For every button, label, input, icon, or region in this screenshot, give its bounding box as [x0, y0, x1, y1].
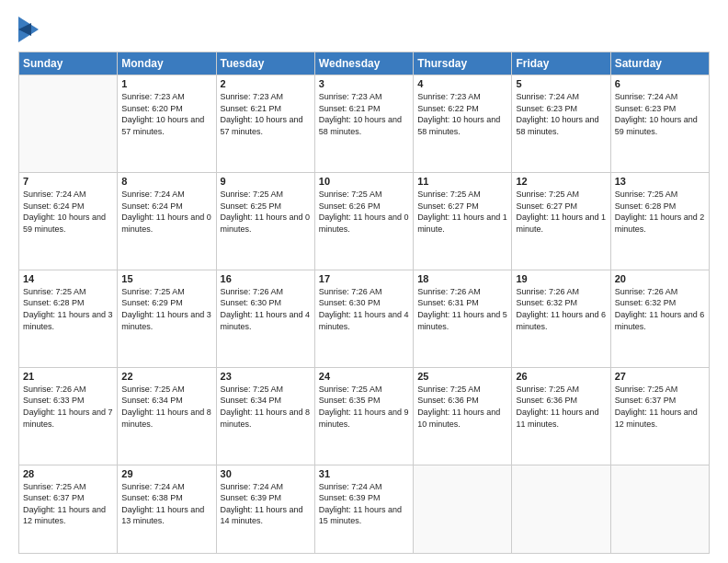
calendar-cell: 20Sunrise: 7:26 AM Sunset: 6:32 PM Dayli… [610, 270, 709, 367]
calendar-cell: 30Sunrise: 7:24 AM Sunset: 6:39 PM Dayli… [216, 465, 314, 553]
calendar-cell: 16Sunrise: 7:26 AM Sunset: 6:30 PM Dayli… [216, 270, 314, 367]
day-info: Sunrise: 7:24 AM Sunset: 6:24 PM Dayligh… [23, 189, 113, 235]
calendar-cell: 21Sunrise: 7:26 AM Sunset: 6:33 PM Dayli… [19, 367, 118, 465]
day-info: Sunrise: 7:23 AM Sunset: 6:20 PM Dayligh… [121, 91, 211, 137]
calendar-week-5: 28Sunrise: 7:25 AM Sunset: 6:37 PM Dayli… [19, 465, 710, 553]
day-info: Sunrise: 7:24 AM Sunset: 6:23 PM Dayligh… [615, 91, 705, 137]
calendar-cell: 10Sunrise: 7:25 AM Sunset: 6:26 PM Dayli… [314, 172, 413, 270]
calendar-cell: 9Sunrise: 7:25 AM Sunset: 6:25 PM Daylig… [216, 172, 314, 270]
day-number: 26 [516, 371, 606, 382]
day-info: Sunrise: 7:25 AM Sunset: 6:26 PM Dayligh… [319, 189, 409, 235]
day-number: 15 [121, 273, 211, 284]
calendar-header-monday: Monday [118, 52, 216, 75]
day-number: 23 [221, 371, 311, 382]
calendar-cell: 4Sunrise: 7:23 AM Sunset: 6:22 PM Daylig… [414, 75, 512, 173]
calendar-week-4: 21Sunrise: 7:26 AM Sunset: 6:33 PM Dayli… [19, 367, 710, 465]
calendar-cell [414, 465, 512, 553]
day-info: Sunrise: 7:23 AM Sunset: 6:21 PM Dayligh… [319, 91, 409, 137]
calendar-cell: 13Sunrise: 7:25 AM Sunset: 6:28 PM Dayli… [610, 172, 709, 270]
day-number: 2 [221, 78, 311, 89]
calendar-cell: 31Sunrise: 7:24 AM Sunset: 6:39 PM Dayli… [314, 465, 413, 553]
day-info: Sunrise: 7:25 AM Sunset: 6:35 PM Dayligh… [319, 384, 409, 430]
day-info: Sunrise: 7:25 AM Sunset: 6:37 PM Dayligh… [23, 481, 113, 527]
calendar-cell: 11Sunrise: 7:25 AM Sunset: 6:27 PM Dayli… [414, 172, 512, 270]
header [18, 17, 710, 42]
day-number: 17 [319, 273, 409, 284]
day-number: 22 [121, 371, 211, 382]
calendar-cell: 25Sunrise: 7:25 AM Sunset: 6:36 PM Dayli… [414, 367, 512, 465]
page: SundayMondayTuesdayWednesdayThursdayFrid… [0, 0, 728, 563]
day-number: 3 [319, 78, 409, 89]
day-info: Sunrise: 7:26 AM Sunset: 6:30 PM Dayligh… [221, 286, 311, 332]
day-info: Sunrise: 7:24 AM Sunset: 6:38 PM Dayligh… [121, 481, 211, 527]
day-info: Sunrise: 7:24 AM Sunset: 6:39 PM Dayligh… [319, 481, 409, 527]
day-number: 9 [221, 176, 311, 187]
calendar-header-thursday: Thursday [414, 52, 512, 75]
day-info: Sunrise: 7:25 AM Sunset: 6:34 PM Dayligh… [121, 384, 211, 430]
calendar-cell: 3Sunrise: 7:23 AM Sunset: 6:21 PM Daylig… [314, 75, 413, 173]
calendar-cell: 24Sunrise: 7:25 AM Sunset: 6:35 PM Dayli… [314, 367, 413, 465]
day-info: Sunrise: 7:23 AM Sunset: 6:21 PM Dayligh… [221, 91, 311, 137]
day-number: 31 [319, 468, 409, 479]
day-number: 19 [516, 273, 606, 284]
calendar-header-row: SundayMondayTuesdayWednesdayThursdayFrid… [19, 52, 710, 75]
day-info: Sunrise: 7:25 AM Sunset: 6:28 PM Dayligh… [23, 286, 113, 332]
day-number: 24 [319, 371, 409, 382]
day-info: Sunrise: 7:23 AM Sunset: 6:22 PM Dayligh… [417, 91, 507, 137]
calendar-header-wednesday: Wednesday [314, 52, 413, 75]
day-number: 10 [319, 176, 409, 187]
day-info: Sunrise: 7:25 AM Sunset: 6:36 PM Dayligh… [417, 384, 507, 430]
day-number: 28 [23, 468, 113, 479]
calendar-cell: 23Sunrise: 7:25 AM Sunset: 6:34 PM Dayli… [216, 367, 314, 465]
calendar-cell [610, 465, 709, 553]
calendar-cell: 26Sunrise: 7:25 AM Sunset: 6:36 PM Dayli… [512, 367, 610, 465]
day-number: 16 [221, 273, 311, 284]
day-number: 13 [615, 176, 705, 187]
day-number: 8 [121, 176, 211, 187]
calendar-cell: 18Sunrise: 7:26 AM Sunset: 6:31 PM Dayli… [414, 270, 512, 367]
calendar-cell: 22Sunrise: 7:25 AM Sunset: 6:34 PM Dayli… [118, 367, 216, 465]
calendar-cell: 7Sunrise: 7:24 AM Sunset: 6:24 PM Daylig… [19, 172, 118, 270]
calendar-cell: 2Sunrise: 7:23 AM Sunset: 6:21 PM Daylig… [216, 75, 314, 173]
calendar-header-friday: Friday [512, 52, 610, 75]
day-number: 7 [23, 176, 113, 187]
day-number: 20 [615, 273, 705, 284]
day-number: 30 [221, 468, 311, 479]
calendar-cell: 1Sunrise: 7:23 AM Sunset: 6:20 PM Daylig… [118, 75, 216, 173]
calendar-header-tuesday: Tuesday [216, 52, 314, 75]
day-number: 29 [121, 468, 211, 479]
day-info: Sunrise: 7:26 AM Sunset: 6:30 PM Dayligh… [319, 286, 409, 332]
day-info: Sunrise: 7:26 AM Sunset: 6:31 PM Dayligh… [417, 286, 507, 332]
logo-icon [18, 17, 39, 42]
calendar-week-1: 1Sunrise: 7:23 AM Sunset: 6:20 PM Daylig… [19, 75, 710, 173]
calendar-cell: 27Sunrise: 7:25 AM Sunset: 6:37 PM Dayli… [610, 367, 709, 465]
logo [18, 17, 42, 42]
day-number: 6 [615, 78, 705, 89]
calendar-cell: 28Sunrise: 7:25 AM Sunset: 6:37 PM Dayli… [19, 465, 118, 553]
day-number: 4 [417, 78, 507, 89]
calendar-cell: 12Sunrise: 7:25 AM Sunset: 6:27 PM Dayli… [512, 172, 610, 270]
calendar-table: SundayMondayTuesdayWednesdayThursdayFrid… [18, 52, 710, 554]
calendar-week-2: 7Sunrise: 7:24 AM Sunset: 6:24 PM Daylig… [19, 172, 710, 270]
day-info: Sunrise: 7:24 AM Sunset: 6:39 PM Dayligh… [221, 481, 311, 527]
day-number: 25 [417, 371, 507, 382]
day-number: 12 [516, 176, 606, 187]
day-number: 5 [516, 78, 606, 89]
day-info: Sunrise: 7:25 AM Sunset: 6:29 PM Dayligh… [121, 286, 211, 332]
day-info: Sunrise: 7:25 AM Sunset: 6:28 PM Dayligh… [615, 189, 705, 235]
day-number: 14 [23, 273, 113, 284]
calendar-header-saturday: Saturday [610, 52, 709, 75]
calendar-cell: 8Sunrise: 7:24 AM Sunset: 6:24 PM Daylig… [118, 172, 216, 270]
calendar-cell: 17Sunrise: 7:26 AM Sunset: 6:30 PM Dayli… [314, 270, 413, 367]
calendar-cell: 15Sunrise: 7:25 AM Sunset: 6:29 PM Dayli… [118, 270, 216, 367]
calendar-cell: 19Sunrise: 7:26 AM Sunset: 6:32 PM Dayli… [512, 270, 610, 367]
calendar-cell: 14Sunrise: 7:25 AM Sunset: 6:28 PM Dayli… [19, 270, 118, 367]
calendar-cell [19, 75, 118, 173]
day-number: 1 [121, 78, 211, 89]
day-info: Sunrise: 7:25 AM Sunset: 6:27 PM Dayligh… [417, 189, 507, 235]
day-number: 27 [615, 371, 705, 382]
day-info: Sunrise: 7:25 AM Sunset: 6:36 PM Dayligh… [516, 384, 606, 430]
day-info: Sunrise: 7:25 AM Sunset: 6:25 PM Dayligh… [221, 189, 311, 235]
day-info: Sunrise: 7:26 AM Sunset: 6:32 PM Dayligh… [615, 286, 705, 332]
day-number: 11 [417, 176, 507, 187]
